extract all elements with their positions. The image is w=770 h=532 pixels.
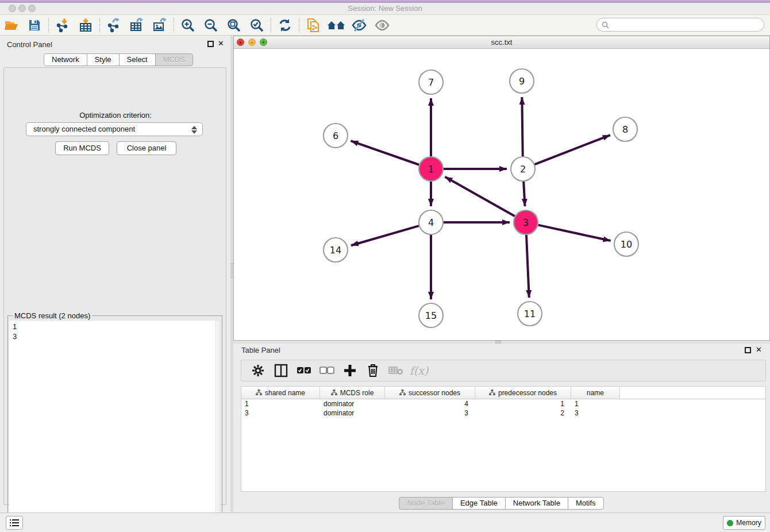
cell-MCDS-role[interactable]: dominator <box>320 408 385 418</box>
select-all-columns-icon[interactable] <box>297 363 311 378</box>
memory-button[interactable]: Memory <box>723 516 765 530</box>
cell-successor-nodes[interactable]: 4 <box>385 399 475 408</box>
node-label-8: 8 <box>622 124 628 135</box>
cell-MCDS-role[interactable]: dominator <box>320 399 385 408</box>
dropdown-stepper-icon <box>191 125 197 134</box>
edge-4-14[interactable] <box>351 226 419 245</box>
node-label-2: 2 <box>520 164 526 175</box>
column-header-name[interactable]: name <box>571 387 620 399</box>
mcds-result-scrollbar[interactable] <box>215 321 221 531</box>
search-input[interactable] <box>612 19 764 30</box>
delete-table-icon[interactable] <box>388 363 403 378</box>
import-table-icon[interactable] <box>74 16 97 34</box>
tab-style[interactable]: Style <box>87 53 120 66</box>
node-label-9: 9 <box>519 76 525 87</box>
cell-name[interactable]: 3 <box>571 408 620 418</box>
table-tabs: Node TableEdge TableNetwork TableMotifs <box>233 497 770 510</box>
edge-3-11[interactable] <box>526 235 529 298</box>
tab-node-table[interactable]: Node Table <box>399 497 453 510</box>
edge-1-6[interactable] <box>351 141 419 165</box>
show-task-history-button[interactable] <box>6 516 23 530</box>
delete-column-icon[interactable] <box>365 363 380 378</box>
edge-3-1[interactable] <box>445 177 514 216</box>
control-panel-tabs: NetworkStyleSelectMCDS <box>44 53 193 66</box>
status-bar: Memory <box>0 512 770 532</box>
clone-network-icon[interactable] <box>302 16 325 34</box>
toolbar-separator <box>99 18 100 33</box>
search-field[interactable] <box>596 18 764 32</box>
network-view-window: x – + scc.txt 7968124314101511 <box>233 36 770 341</box>
network-canvas[interactable]: 7968124314101511 <box>234 49 769 340</box>
column-header-predecessor-nodes[interactable]: predecessor nodes <box>475 387 571 399</box>
table-row[interactable]: 1dominator411 <box>241 399 765 408</box>
open-session-icon[interactable] <box>0 16 23 34</box>
column-header-MCDS-role[interactable]: MCDS role <box>320 387 385 399</box>
memory-label: Memory <box>736 519 761 527</box>
column-header-successor-nodes[interactable]: successor nodes <box>385 387 475 399</box>
column-header-label: successor nodes <box>409 389 460 397</box>
first-neighbors-icon[interactable] <box>325 16 348 34</box>
mcds-result-title: MCDS result (2 nodes) <box>13 311 92 320</box>
hierarchy-sort-icon <box>399 389 406 397</box>
column-header-shared-name[interactable]: shared name <box>241 387 320 399</box>
hierarchy-sort-icon <box>331 389 337 397</box>
toolbar-separator <box>48 18 49 33</box>
column-header-label: MCDS role <box>340 389 374 397</box>
save-session-icon[interactable] <box>23 16 46 34</box>
tab-mcds[interactable]: MCDS <box>155 53 193 66</box>
import-network-icon[interactable] <box>51 16 74 34</box>
close-panel-icon[interactable]: ✕ <box>218 39 224 48</box>
tab-network-table[interactable]: Network Table <box>505 497 568 510</box>
show-column-panel-icon[interactable] <box>274 363 288 378</box>
mcds-result-text[interactable]: 1 3 <box>9 321 217 531</box>
node-label-1: 1 <box>428 164 434 175</box>
zoom-out-icon[interactable] <box>199 16 222 34</box>
zoom-fit-icon[interactable] <box>222 16 245 34</box>
close-panel-button[interactable]: Close panel <box>117 141 176 155</box>
edge-2-9[interactable] <box>522 97 522 156</box>
tab-select[interactable]: Select <box>119 53 156 66</box>
window-title: Session: New Session <box>0 4 770 13</box>
node-table: shared nameMCDS rolesuccessor nodesprede… <box>241 386 766 492</box>
edge-2-3[interactable] <box>523 182 525 206</box>
cell-shared-name[interactable]: 1 <box>241 399 320 408</box>
float-panel-icon[interactable] <box>207 41 214 47</box>
tab-motifs[interactable]: Motifs <box>568 497 604 510</box>
show-all-icon[interactable] <box>371 16 394 34</box>
function-builder-icon[interactable]: f(x) <box>411 363 426 378</box>
export-network-icon[interactable] <box>102 16 125 34</box>
column-header-label: name <box>587 389 604 397</box>
toolbar-separator <box>271 18 271 33</box>
table-row[interactable]: 3dominator323 <box>241 408 765 418</box>
window-titlebar: Session: New Session <box>0 0 770 15</box>
refresh-layout-icon[interactable] <box>274 16 297 34</box>
column-settings-gear-icon[interactable] <box>251 363 265 378</box>
network-window-title: scc.txt <box>234 38 769 47</box>
cell-name[interactable]: 1 <box>571 399 620 408</box>
add-column-icon[interactable] <box>342 363 357 378</box>
cell-shared-name[interactable]: 3 <box>241 408 320 418</box>
node-label-15: 15 <box>425 310 437 321</box>
node-label-6: 6 <box>333 130 338 141</box>
cell-predecessor-nodes[interactable]: 2 <box>475 408 571 418</box>
edge-3-10[interactable] <box>538 225 610 241</box>
tab-network[interactable]: Network <box>44 53 87 66</box>
float-table-panel-icon[interactable] <box>745 347 751 353</box>
criterion-dropdown[interactable]: strongly connected component <box>26 122 203 136</box>
column-header-label: shared name <box>265 389 305 397</box>
tab-edge-table[interactable]: Edge Table <box>452 497 506 510</box>
hide-selected-icon[interactable] <box>348 16 371 34</box>
zoom-selected-icon[interactable] <box>245 16 268 34</box>
cell-successor-nodes[interactable]: 3 <box>385 408 475 418</box>
export-image-icon[interactable] <box>148 16 171 34</box>
node-label-14: 14 <box>330 245 341 256</box>
edge-2-8[interactable] <box>535 135 610 164</box>
run-mcds-button[interactable]: Run MCDS <box>55 141 109 155</box>
network-window-titlebar[interactable]: x – + scc.txt <box>234 36 769 49</box>
network-graph[interactable]: 7968124314101511 <box>234 49 769 340</box>
export-table-icon[interactable] <box>125 16 148 34</box>
close-table-panel-icon[interactable]: ✕ <box>756 345 762 354</box>
deselect-all-columns-icon[interactable] <box>319 363 334 378</box>
zoom-in-icon[interactable] <box>176 16 199 34</box>
cell-predecessor-nodes[interactable]: 1 <box>475 399 571 408</box>
